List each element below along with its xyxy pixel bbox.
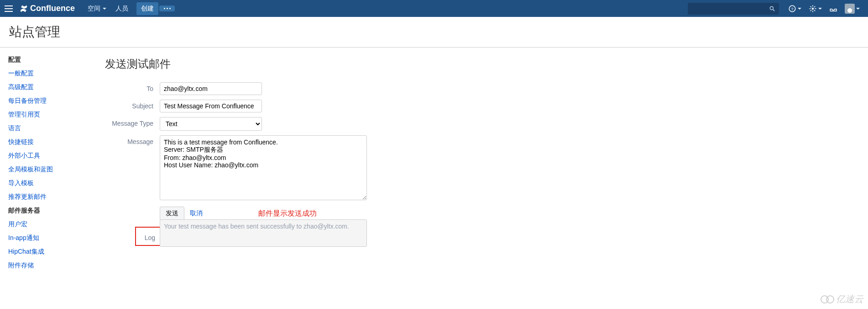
sidebar-item[interactable]: 语言 — [8, 124, 91, 133]
confluence-icon — [19, 4, 28, 13]
sidebar: 配置 一般配置高级配置每日备份管理管理引用页语言快捷链接外部小工具全局模板和蓝图… — [0, 48, 91, 283]
svg-line-10 — [814, 10, 815, 11]
avatar-icon — [845, 4, 855, 14]
sidebar-item[interactable]: 用户宏 — [8, 220, 91, 229]
help-button[interactable]: ? — [788, 5, 801, 13]
nav-people-label: 人员 — [115, 5, 128, 13]
page-title: 站点管理 — [0, 17, 868, 48]
sidebar-item: 邮件服务器 — [8, 207, 91, 215]
chevron-down-icon — [798, 8, 801, 10]
help-icon: ? — [788, 5, 796, 13]
row-subject: Subject — [105, 100, 854, 112]
topbar: Confluence 空间 人员 创建 ? — [0, 0, 868, 17]
nav-spaces[interactable]: 空间 — [88, 5, 106, 13]
confluence-logo[interactable]: Confluence — [19, 4, 75, 13]
sidebar-item[interactable]: 快捷链接 — [8, 138, 91, 146]
row-to: To — [105, 82, 854, 95]
sidebar-item[interactable]: 一般配置 — [8, 69, 91, 78]
row-actions: 发送 取消 邮件显示发送成功 — [105, 207, 854, 220]
input-subject[interactable] — [160, 100, 262, 112]
sidebar-item[interactable]: 附件存储 — [8, 261, 91, 270]
textarea-message[interactable] — [160, 135, 367, 200]
row-message-type: Message Type Text — [105, 117, 854, 131]
nav-spaces-label: 空间 — [88, 5, 100, 13]
svg-line-9 — [810, 6, 811, 7]
send-button[interactable]: 发送 — [160, 207, 184, 220]
cancel-link[interactable]: 取消 — [190, 209, 203, 218]
settings-button[interactable] — [809, 5, 822, 13]
label-message: Message — [105, 135, 160, 145]
chevron-down-icon — [103, 8, 106, 10]
chevron-down-icon — [818, 8, 822, 10]
label-subject: Subject — [105, 100, 160, 110]
sidebar-item[interactable]: 导入模板 — [8, 179, 91, 187]
success-annotation: 邮件显示发送成功 — [258, 209, 317, 218]
sidebar-heading: 配置 — [8, 56, 91, 64]
svg-line-11 — [810, 10, 811, 11]
sidebar-item[interactable]: In-app通知 — [8, 234, 91, 242]
more-create-button[interactable] — [159, 5, 175, 11]
nav-people[interactable]: 人员 — [115, 5, 128, 13]
form-heading: 发送测试邮件 — [105, 57, 854, 71]
label-log: Log — [137, 231, 162, 241]
chevron-down-icon — [856, 8, 860, 10]
svg-line-12 — [814, 6, 815, 7]
hamburger-menu-icon[interactable] — [5, 5, 13, 12]
row-log-area: Log Your test message has been sent succ… — [105, 219, 854, 247]
svg-point-4 — [812, 7, 814, 10]
tray-icon — [829, 5, 837, 13]
search-input[interactable] — [688, 3, 779, 15]
search-icon — [769, 5, 775, 12]
sidebar-item[interactable]: 高级配置 — [8, 83, 91, 91]
input-to[interactable] — [160, 82, 262, 95]
sidebar-item[interactable]: 全局模板和蓝图 — [8, 165, 91, 174]
row-message: Message — [105, 135, 854, 202]
svg-line-1 — [773, 9, 775, 11]
select-message-type[interactable]: Text — [160, 117, 262, 131]
sidebar-item[interactable]: 外部小工具 — [8, 152, 91, 160]
brand-text: Confluence — [30, 4, 75, 13]
sidebar-list: 一般配置高级配置每日备份管理管理引用页语言快捷链接外部小工具全局模板和蓝图导入模… — [8, 69, 91, 270]
profile-button[interactable] — [845, 4, 860, 14]
main-content: 发送测试邮件 To Subject Message Type Text Mess… — [91, 48, 868, 283]
sidebar-item[interactable]: 推荐更新邮件 — [8, 193, 91, 201]
sidebar-item[interactable]: HipChat集成 — [8, 248, 91, 256]
create-button[interactable]: 创建 — [136, 2, 158, 15]
sidebar-item[interactable]: 管理引用页 — [8, 111, 91, 119]
label-to: To — [105, 82, 160, 92]
label-message-type: Message Type — [105, 117, 160, 127]
gear-icon — [809, 5, 817, 13]
log-output: Your test message has been sent successf… — [160, 219, 367, 247]
sidebar-item[interactable]: 每日备份管理 — [8, 97, 91, 105]
svg-text:?: ? — [791, 6, 793, 11]
inbox-button[interactable] — [829, 5, 837, 13]
page-layout: 配置 一般配置高级配置每日备份管理管理引用页语言快捷链接外部小工具全局模板和蓝图… — [0, 48, 868, 283]
svg-point-0 — [770, 6, 773, 10]
